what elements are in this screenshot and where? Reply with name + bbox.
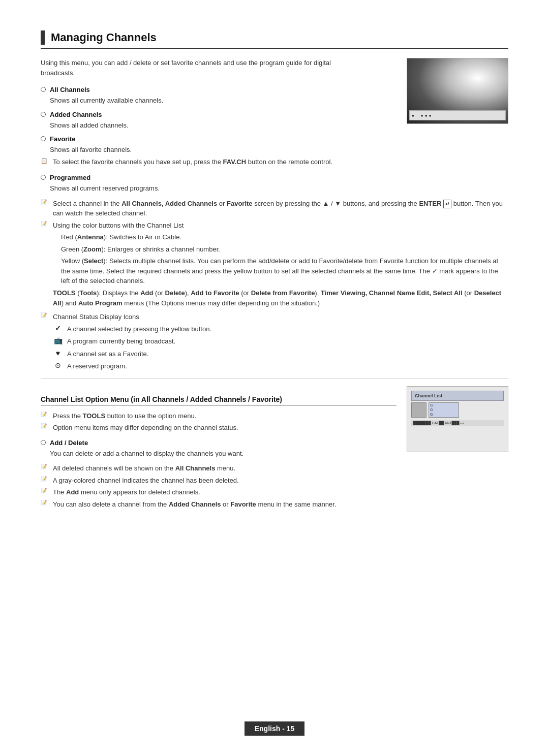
reserved-icon: ⊙	[53, 361, 63, 369]
check-icon-desc: A channel selected by pressing the yello…	[67, 324, 211, 334]
check-icon: ✓	[53, 324, 63, 332]
subsection-note-1-text: Press the TOOLS button to use the option…	[53, 411, 196, 421]
screenshot-overlay: ■ ■ ■ ■	[409, 110, 506, 120]
all-channels-label: All Channels	[50, 86, 90, 93]
status-icon-check: ✓ A channel selected by pressing the yel…	[53, 324, 508, 334]
note-color-buttons: 📝 Using the color buttons with the Chann…	[41, 220, 508, 231]
footer: English - 15	[0, 721, 549, 736]
page-title: Managing Channels	[51, 31, 157, 44]
note-icon-3: 📝	[41, 312, 49, 318]
status-icon-heart: ♥ A channel set as a Favorite.	[53, 349, 508, 359]
bullet-circle-programmed: Programmed	[41, 174, 508, 181]
status-icon-reserved: ⊙ A reserved program.	[53, 361, 508, 371]
heart-icon-desc: A channel set as a Favorite.	[67, 349, 148, 359]
add-delete-note-1: 📝 All deleted channels will be shown on …	[41, 463, 396, 474]
status-icon-list: ✓ A channel selected by pressing the yel…	[53, 324, 508, 371]
all-channels-desc: Shows all currently available channels.	[50, 96, 396, 106]
red-button-item: Red (Antenna): Switches to Air or Cable.	[61, 232, 508, 242]
subsection-note-2-text: Option menu items may differ depending o…	[53, 423, 238, 433]
bullet-circle-add-delete: Add / Delete	[41, 439, 396, 447]
add-delete-note-1-text: All deleted channels will be shown on th…	[53, 463, 235, 474]
add-delete-note-icon-4: 📝	[41, 500, 49, 506]
add-delete-note-3: 📝 The Add menu only appears for deleted …	[41, 487, 396, 497]
add-delete-note-icon-1: 📝	[41, 464, 49, 469]
zoom-label: Zoom	[83, 245, 101, 253]
circle-icon-added-channels	[41, 112, 46, 117]
add-delete-note-3-text: The Add menu only appears for deleted ch…	[53, 487, 200, 497]
favorite-extra-note: 📋 To select the favorite channels you ha…	[41, 157, 396, 167]
subsection-area: Channel List Option Menu (in All Channel…	[41, 386, 508, 512]
channel-status-note: 📝 Channel Status Display Icons	[41, 312, 508, 322]
favorite-desc: Shows all favorite channels.	[50, 145, 396, 155]
menu-icon-1	[411, 402, 426, 418]
subsection-note-2: 📝 Option menu items may differ depending…	[41, 423, 396, 433]
footer-badge: English - 15	[245, 721, 305, 736]
bullet-added-channels: Added Channels Shows all added channels.	[41, 111, 396, 131]
bullet-circle-all-channels: All Channels	[41, 86, 396, 93]
yellow-button-item: Yellow (Select): Selects multiple channe…	[61, 256, 508, 286]
programmed-label: Programmed	[50, 174, 90, 181]
note-icon-1: 📝	[41, 199, 49, 205]
menu-icon-2: GGG	[429, 402, 459, 418]
bullet-add-delete: Add / Delete You can delete or add a cha…	[41, 439, 396, 459]
intro-text: Using this menu, you can add / delete or…	[41, 58, 346, 78]
bullet-favorite: Favorite Shows all favorite channels. 📋 …	[41, 135, 396, 167]
page-container: Managing Channels Using this menu, you c…	[0, 0, 549, 756]
add-delete-note-4: 📝 You can also delete a channel from the…	[41, 499, 396, 510]
top-content-area: Using this menu, you can add / delete or…	[41, 58, 508, 172]
status-icon-tv: 📺 A program currently being broadcast.	[53, 336, 508, 346]
favorite-label: Favorite	[50, 135, 76, 143]
bullet-programmed: Programmed Shows all current reserved pr…	[41, 174, 508, 194]
color-button-list: Red (Antenna): Switches to Air or Cable.…	[61, 232, 508, 286]
subsection-note-1: 📝 Press the TOOLS button to use the opti…	[41, 411, 396, 421]
content-left: Using this menu, you can add / delete or…	[41, 58, 396, 172]
circle-icon-favorite	[41, 136, 46, 141]
select-label: Select	[84, 257, 103, 265]
add-delete-note-icon-3: 📝	[41, 488, 49, 493]
add-delete-note-2-text: A gray-colored channel indicates the cha…	[53, 476, 239, 486]
menu-title-bar: Channel List	[411, 391, 504, 401]
channel-status-text: Channel Status Display Icons	[53, 312, 139, 322]
bullet-circle-added-channels: Added Channels	[41, 111, 396, 118]
reserved-icon-desc: A reserved program.	[67, 361, 127, 371]
programmed-desc: Shows all current reserved programs.	[50, 183, 508, 194]
menu-status-bar: ███████ CAT██ ANT███ • •	[411, 420, 504, 426]
bullet-circle-favorite: Favorite	[41, 135, 396, 143]
add-delete-note-2: 📝 A gray-colored channel indicates the c…	[41, 476, 396, 486]
tools-note: TOOLS (Tools): Displays the Add (or Dele…	[53, 288, 508, 309]
section-header: Managing Channels	[41, 30, 508, 49]
antenna-desc: Switches to Air or Cable.	[109, 233, 181, 241]
favorite-extra-text: To select the favorite channels you have…	[53, 157, 332, 167]
subsection-content: Channel List Option Menu (in All Channel…	[41, 386, 396, 512]
subsection-note-icon-1: 📝	[41, 412, 49, 417]
bottom-screenshot: Channel List GGG ███████ CAT██ ANT███ • …	[407, 386, 508, 452]
top-screenshot: ■ ■ ■ ■	[407, 58, 508, 124]
section-header-bar	[41, 30, 45, 45]
zoom-desc: Enlarges or shrinks a channel number.	[107, 245, 220, 253]
note-select-channel-text: Select a channel in the All Channels, Ad…	[53, 199, 508, 218]
circle-icon-all-channels	[41, 87, 46, 92]
antenna-label: Antenna	[77, 233, 104, 241]
add-delete-label: Add / Delete	[50, 439, 88, 447]
add-delete-note-icon-2: 📝	[41, 476, 49, 482]
note-color-buttons-text: Using the color buttons with the Channel…	[53, 220, 184, 231]
note-select-channel: 📝 Select a channel in the All Channels, …	[41, 199, 508, 218]
tv-icon: 📺	[53, 336, 63, 344]
screenshot-menu: Channel List GGG ███████ CAT██ ANT███ • …	[407, 387, 508, 452]
tv-icon-desc: A program currently being broadcast.	[67, 336, 175, 346]
green-button-item: Green (Zoom): Enlarges or shrinks a chan…	[61, 244, 508, 255]
added-channels-label: Added Channels	[50, 111, 102, 118]
note-icon-2: 📝	[41, 221, 49, 227]
circle-icon-programmed	[41, 175, 46, 180]
add-delete-note-4-text: You can also delete a channel from the A…	[53, 499, 336, 510]
circle-icon-add-delete	[41, 440, 46, 445]
bullet-all-channels: All Channels Shows all currently availab…	[41, 86, 396, 106]
subsection-title: Channel List Option Menu (in All Channel…	[41, 395, 396, 406]
added-channels-desc: Shows all added channels.	[50, 120, 396, 131]
heart-icon: ♥	[53, 349, 63, 357]
subsection-note-icon-2: 📝	[41, 423, 49, 429]
section-divider	[41, 379, 508, 379]
add-delete-desc: You can delete or add a channel to displ…	[50, 449, 396, 459]
menu-icons-row: GGG	[411, 402, 504, 418]
note-icon-favorite: 📋	[41, 158, 49, 164]
